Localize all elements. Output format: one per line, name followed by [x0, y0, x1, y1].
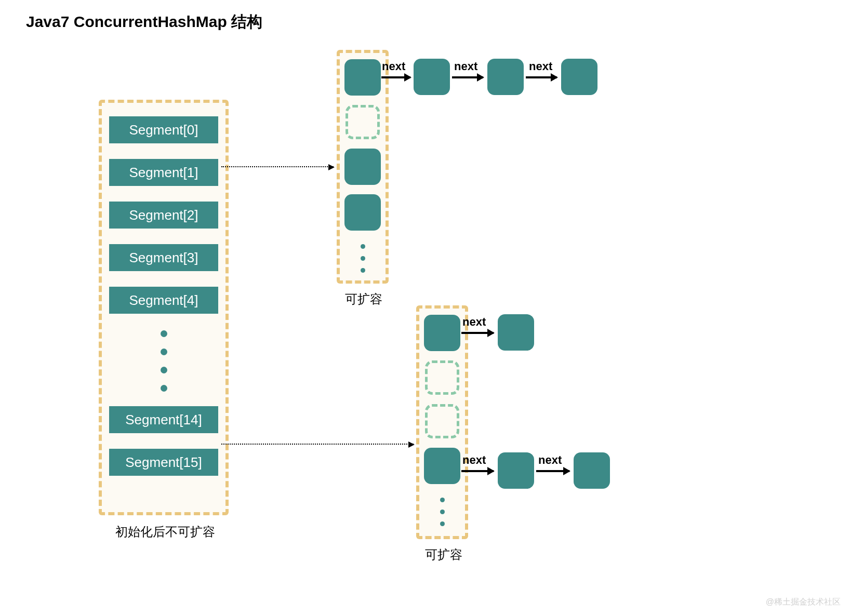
next-arrow	[452, 76, 483, 78]
segments-ellipsis	[109, 329, 218, 399]
list-node	[561, 59, 597, 95]
segment-15: Segment[15]	[109, 449, 218, 476]
expandable-caption-bottom: 可扩容	[425, 546, 462, 563]
pointer-arrow-seg14	[221, 444, 414, 445]
next-label: next	[382, 60, 405, 73]
list-node	[414, 59, 450, 95]
next-label: next	[454, 60, 477, 73]
bucket-node	[344, 59, 381, 96]
list-node	[487, 59, 524, 95]
bucket-node	[344, 194, 381, 231]
bucket-empty	[425, 404, 459, 438]
watermark: @稀土掘金技术社区	[766, 597, 841, 608]
segment-3: Segment[3]	[109, 244, 218, 271]
expandable-box-top	[337, 50, 389, 284]
pointer-arrow-seg1	[221, 166, 334, 167]
next-label: next	[538, 453, 562, 467]
bucket-ellipsis	[440, 493, 445, 530]
list-node	[498, 452, 534, 489]
next-label: next	[529, 60, 552, 73]
segment-14: Segment[14]	[109, 406, 218, 433]
segment-4: Segment[4]	[109, 287, 218, 314]
segment-2: Segment[2]	[109, 202, 218, 229]
segment-1: Segment[1]	[109, 159, 218, 186]
list-node	[498, 314, 534, 351]
expandable-caption-top: 可扩容	[345, 291, 382, 307]
next-label: next	[462, 315, 486, 329]
next-arrow	[536, 470, 569, 472]
bucket-node	[424, 448, 460, 484]
page-title: Java7 ConcurrentHashMap 结构	[26, 11, 262, 33]
next-arrow	[461, 332, 494, 334]
bucket-empty	[425, 360, 459, 395]
bucket-node	[344, 149, 381, 185]
next-arrow	[526, 76, 557, 78]
list-node	[574, 452, 610, 489]
next-arrow	[461, 470, 494, 472]
segment-0: Segment[0]	[109, 116, 218, 143]
bucket-ellipsis	[361, 240, 365, 277]
expandable-box-bottom	[416, 305, 468, 539]
segments-container: Segment[0] Segment[1] Segment[2] Segment…	[99, 100, 229, 515]
next-arrow	[381, 76, 410, 78]
next-label: next	[462, 453, 486, 467]
segments-caption: 初始化后不可扩容	[115, 524, 215, 540]
bucket-node	[424, 315, 460, 351]
bucket-empty	[346, 105, 380, 139]
